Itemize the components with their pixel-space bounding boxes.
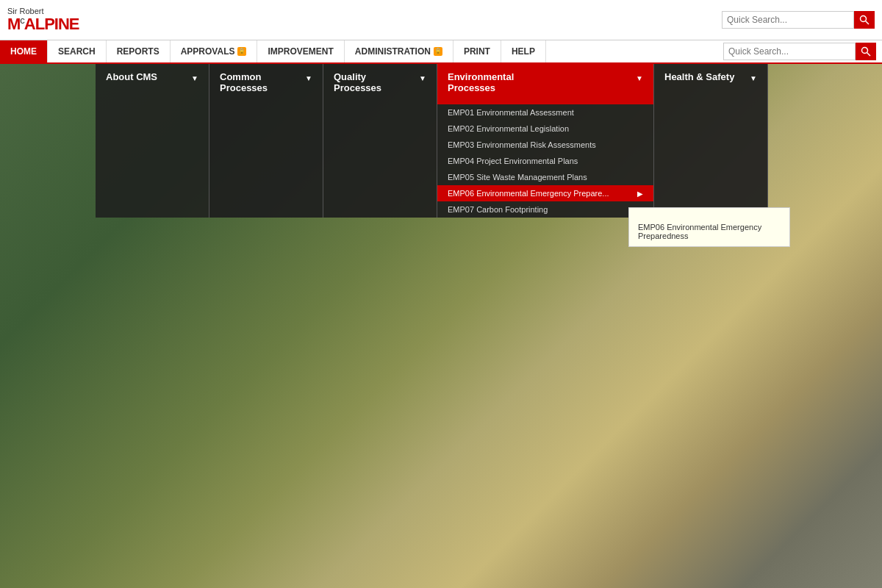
- search-input[interactable]: [722, 11, 854, 29]
- svg-line-1: [866, 21, 870, 25]
- tooltip-text: EMP06 Environmental EmergencyPreparednes…: [638, 223, 761, 240]
- svg-point-2: [862, 48, 868, 54]
- svg-line-3: [867, 53, 871, 57]
- menu-header-common[interactable]: CommonProcesses ▼: [209, 64, 323, 104]
- top-bar: Sir Robert McALPINE: [0, 0, 882, 40]
- menu-item-emp01[interactable]: EMP01 Environmental Assessment: [437, 104, 653, 121]
- menu-header-quality[interactable]: QualityProcesses ▼: [323, 64, 437, 104]
- main-content: About CMS ▼ CommonProcesses ▼ QualityPro…: [0, 64, 882, 588]
- quality-arrow-icon: ▼: [419, 74, 426, 82]
- search-area: [722, 11, 875, 29]
- nav-help[interactable]: HELP: [501, 40, 546, 62]
- menu-header-health[interactable]: Health & Safety ▼: [654, 64, 767, 104]
- menu-item-emp03[interactable]: EMP03 Environmental Risk Assessments: [437, 137, 653, 153]
- quick-search-input[interactable]: [723, 43, 856, 60]
- common-arrow-icon: ▼: [305, 74, 312, 82]
- menu-col-health: Health & Safety ▼: [654, 64, 768, 218]
- nav-print[interactable]: PRINT: [453, 40, 501, 62]
- menu-header-common-label: CommonProcesses: [220, 71, 268, 93]
- menu-item-emp02[interactable]: EMP02 Environmental Legislation: [437, 121, 653, 137]
- menu-header-environmental-label: EnvironmentalProcesses: [448, 71, 514, 93]
- emp06-tooltip: EMP06 Environmental EmergencyPreparednes…: [628, 207, 790, 247]
- menu-header-about-label: About CMS: [106, 71, 157, 82]
- menu-item-emp06[interactable]: EMP06 Environmental Emergency Prepare...…: [437, 185, 653, 201]
- nav-improvement[interactable]: IMPROVEMENT: [257, 40, 344, 62]
- nav-search[interactable]: SEARCH: [48, 40, 107, 62]
- approvals-lock-icon: 🔒: [237, 47, 246, 56]
- menu-header-environmental[interactable]: EnvironmentalProcesses ▼: [437, 64, 653, 104]
- menu-header-quality-label: QualityProcesses: [334, 71, 381, 93]
- search-button[interactable]: [854, 11, 875, 29]
- nav-reports[interactable]: REPORTS: [107, 40, 171, 62]
- emp06-arrow-icon: ▶: [637, 190, 643, 198]
- menu-item-emp07[interactable]: EMP07 Carbon Footprinting: [437, 201, 653, 218]
- menu-col-environmental: EnvironmentalProcesses ▼ EMP01 Environme…: [437, 64, 654, 218]
- svg-point-0: [861, 16, 867, 22]
- menu-col-about: About CMS ▼: [96, 64, 209, 218]
- menu-overlay: About CMS ▼ CommonProcesses ▼ QualityPro…: [96, 64, 786, 218]
- environmental-arrow-icon: ▼: [636, 74, 643, 82]
- logo-mcalpine: McALPINE: [7, 15, 79, 34]
- menu-header-health-label: Health & Safety: [664, 71, 734, 82]
- about-arrow-icon: ▼: [191, 74, 198, 82]
- nav-bar: HOME SEARCH REPORTS APPROVALS 🔒 IMPROVEM…: [0, 40, 882, 64]
- nav-search-area: [723, 40, 882, 62]
- logo-sir-robert: Sir Robert: [7, 7, 79, 15]
- menu-item-emp06-label: EMP06 Environmental Emergency Prepare...: [448, 189, 609, 198]
- logo-area: Sir Robert McALPINE: [7, 7, 79, 34]
- health-arrow-icon: ▼: [750, 74, 757, 82]
- nav-administration[interactable]: ADMINISTRATION 🔒: [345, 40, 453, 62]
- menu-item-emp05[interactable]: EMP05 Site Waste Management Plans: [437, 169, 653, 185]
- quick-search-button[interactable]: [856, 43, 876, 60]
- nav-approvals[interactable]: APPROVALS 🔒: [171, 40, 258, 62]
- menu-item-emp04[interactable]: EMP04 Project Environmental Plans: [437, 153, 653, 169]
- menu-col-quality: QualityProcesses ▼: [323, 64, 437, 218]
- environmental-menu-items: EMP01 Environmental Assessment EMP02 Env…: [437, 104, 653, 218]
- nav-home[interactable]: HOME: [0, 40, 48, 62]
- menu-col-common: CommonProcesses ▼: [209, 64, 323, 218]
- menu-header-about[interactable]: About CMS ▼: [96, 64, 209, 104]
- admin-lock-icon: 🔒: [434, 47, 442, 56]
